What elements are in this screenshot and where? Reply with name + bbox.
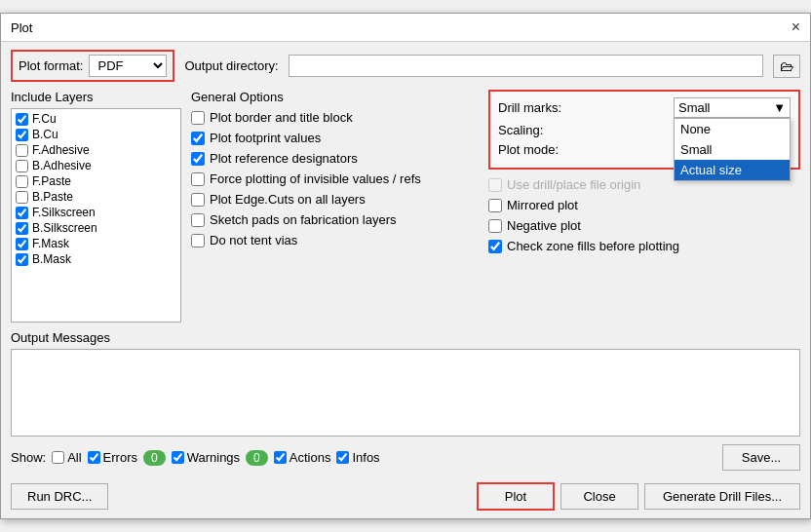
filter-actions-checkbox[interactable] [274,451,287,464]
option-label: Plot border and title block [210,110,353,125]
drill-option-small[interactable]: Small [675,139,790,160]
output-messages-section: Output Messages [11,330,800,437]
layer-label: F.Adhesive [32,143,90,157]
list-item: B.Cu [14,127,178,142]
option-label: Sketch pads on fabrication layers [210,212,397,227]
filter-actions-label: Actions [290,450,331,465]
general-options-title: General Options [191,90,479,104]
generate-drill-files-button[interactable]: Generate Drill Files... [644,483,800,510]
option-label: Force plotting of invisible values / ref… [210,171,421,186]
browse-folder-button[interactable]: 🗁 [773,55,800,78]
list-item: F.Mask [14,236,178,251]
title-bar: Plot × [1,14,810,42]
layer-label: B.Mask [32,252,71,266]
actions-check: Actions [274,450,331,465]
option-plot-reference-designators[interactable] [191,152,205,166]
drill-option-actual-size[interactable]: Actual size [675,160,790,180]
close-button[interactable]: Close [560,483,638,510]
list-item: B.Mask [14,251,178,267]
filter-errors-checkbox[interactable] [88,451,100,464]
list-item: F.Adhesive [14,142,178,158]
option-label: Plot reference designators [210,151,358,166]
option-mirrored-plot[interactable] [488,199,502,212]
option-negative-plot[interactable] [488,219,502,233]
run-drc-button[interactable]: Run DRC... [11,483,108,510]
include-layers-panel: Include Layers F.Cu B.Cu F.Adhesive [11,90,181,323]
right-plot-options: Use drill/place file origin Mirrored plo… [488,177,800,253]
layers-title: Include Layers [11,90,181,104]
layer-checkbox-fsilkscreen[interactable] [16,207,28,219]
output-directory-input[interactable]: GERBER/ [289,55,763,77]
option-use-drill-origin[interactable] [488,178,502,192]
close-button[interactable]: × [792,19,800,35]
layer-label: F.Cu [32,112,57,126]
option-plot-border[interactable] [191,111,205,125]
plot-format-container: Plot format: PDF Gerber SVG DXF HPGL PS [11,50,174,82]
layer-checkbox-fcu[interactable] [16,113,28,126]
option-do-not-tent-vias[interactable] [191,234,205,247]
filter-all-label: All [67,450,81,465]
list-item: B.Adhesive [14,158,178,173]
layer-label: F.Mask [32,237,69,250]
option-force-plotting-invisible[interactable] [191,172,205,186]
option-sketch-pads[interactable] [191,213,205,227]
infos-check: Infos [336,450,379,465]
general-options-panel: General Options Plot border and title bl… [191,90,479,323]
all-check: All [52,450,81,465]
warnings-badge: 0 [246,450,268,466]
drill-option-none[interactable]: None [675,119,790,139]
filter-warnings-label: Warnings [187,450,240,465]
layer-label: F.Silkscreen [32,206,96,219]
window-title: Plot [11,20,32,35]
drill-marks-selected[interactable]: Small ▼ [674,97,791,118]
filter-infos-checkbox[interactable] [336,451,349,464]
option-row-check-zone: Check zone fills before plotting [488,239,800,253]
option-row: Plot border and title block [191,110,479,125]
option-label: Check zone fills before plotting [507,239,679,253]
layer-checkbox-badhesive[interactable] [16,160,28,172]
filter-bar: Show: All Errors 0 Warnings 0 Actions In [11,444,800,471]
errors-check: Errors [88,450,137,465]
plot-dialog: Plot × Plot format: PDF Gerber SVG DXF H… [0,13,811,519]
save-button[interactable]: Save... [722,444,800,471]
layer-label: B.Silkscreen [32,221,97,235]
option-label: Plot footprint values [210,131,321,145]
output-directory-label: Output directory: [184,58,278,73]
option-row-mirrored: Mirrored plot [488,198,800,212]
layer-checkbox-fpaste[interactable] [16,175,28,188]
layer-checkbox-bmask[interactable] [16,253,28,266]
layer-label: B.Cu [32,128,58,141]
plot-button[interactable]: Plot [477,482,555,511]
layer-checkbox-fmask[interactable] [16,238,28,250]
layer-checkbox-bcu[interactable] [16,129,28,141]
drill-options-box: Drill marks: Small ▼ None Small Actual s… [488,90,800,170]
option-row: Plot Edge.Cuts on all layers [191,192,479,207]
layer-label: B.Adhesive [32,159,92,172]
layer-checkbox-bpaste[interactable] [16,191,28,204]
layer-checkbox-bsilkscreen[interactable] [16,222,28,235]
list-item: F.Paste [14,173,178,189]
layer-label: B.Paste [32,190,73,204]
filter-errors-label: Errors [103,450,137,465]
option-check-zone-fills[interactable] [488,240,502,253]
drill-marks-options: None Small Actual size [674,118,791,181]
errors-badge: 0 [143,450,166,466]
layer-checkbox-fadhesive[interactable] [16,144,28,157]
warnings-check: Warnings [172,450,240,465]
drill-marks-value: Small [678,100,711,115]
filter-all-checkbox[interactable] [52,451,64,464]
right-panel: Drill marks: Small ▼ None Small Actual s… [488,90,800,323]
list-item: F.Silkscreen [14,205,178,220]
plot-format-select[interactable]: PDF Gerber SVG DXF HPGL PS [89,55,167,77]
option-plot-edge-cuts[interactable] [191,193,205,207]
action-buttons-row: Run DRC... Plot Close Generate Drill Fil… [11,478,800,511]
layers-list: F.Cu B.Cu F.Adhesive B.Adhesive [11,108,181,323]
option-row: Plot reference designators [191,151,479,166]
filter-infos-label: Infos [352,450,379,465]
option-plot-footprint-values[interactable] [191,132,205,145]
option-row-negative: Negative plot [488,218,800,233]
drill-marks-dropdown[interactable]: Small ▼ None Small Actual size [674,97,791,118]
filter-warnings-checkbox[interactable] [172,451,184,464]
option-label: Plot Edge.Cuts on all layers [210,192,366,207]
list-item: B.Silkscreen [14,220,178,236]
